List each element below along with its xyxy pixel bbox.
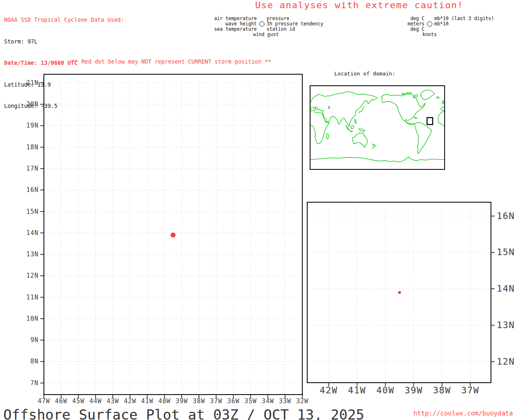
map-border bbox=[310, 86, 445, 169]
coastline bbox=[436, 97, 439, 98]
coastline bbox=[438, 111, 445, 126]
coastline bbox=[381, 94, 425, 125]
coastline bbox=[415, 123, 431, 154]
world-map-inset bbox=[310, 86, 445, 169]
coastline bbox=[351, 125, 354, 129]
x-tick-label: 40W bbox=[158, 397, 171, 405]
x-tick-label: 37W bbox=[210, 397, 222, 405]
plots-canvas: 47W46W45W44W43W42W41W40W39W38W37W36W35W3… bbox=[0, 0, 525, 420]
zoomed-domain-plot: 42W41W40W39W38W37W16N15N14N13N12N bbox=[307, 202, 515, 395]
x-tick-label: 44W bbox=[89, 397, 102, 405]
y-tick-label: 13N bbox=[497, 320, 515, 330]
x-tick-label: 45W bbox=[72, 397, 84, 405]
x-tick-label: 46W bbox=[55, 397, 67, 405]
coastline bbox=[329, 106, 330, 109]
y-tick-label: 21N bbox=[26, 79, 39, 87]
x-tick-label: 42W bbox=[320, 385, 338, 395]
buoy-plot-page: { "title_area": { "noaa_line": "NOAA SSD… bbox=[0, 0, 525, 420]
x-tick-label: 43W bbox=[107, 397, 119, 405]
x-tick-label: 38W bbox=[193, 397, 205, 405]
y-tick-label: 9N bbox=[30, 336, 39, 344]
x-tick-label: 41W bbox=[141, 397, 153, 405]
coastlines bbox=[310, 90, 445, 162]
coastline bbox=[354, 119, 356, 123]
y-tick-label: 16N bbox=[497, 211, 515, 221]
coastline bbox=[350, 131, 353, 132]
coastline bbox=[310, 110, 329, 144]
coastline bbox=[372, 147, 374, 149]
source-url: http://coolwx.com/buoydata bbox=[413, 410, 513, 417]
y-tick-label: 10N bbox=[26, 315, 39, 322]
x-tick-label: 35W bbox=[244, 397, 257, 405]
y-tick-label: 15N bbox=[497, 247, 515, 257]
y-tick-label: 19N bbox=[26, 122, 39, 129]
coastline bbox=[441, 107, 445, 111]
x-tick-label: 34W bbox=[262, 397, 274, 405]
x-tick-label: 40W bbox=[376, 385, 394, 395]
y-tick-label: 7N bbox=[30, 379, 39, 387]
y-tick-label: 14N bbox=[497, 283, 515, 294]
coastline bbox=[421, 90, 435, 100]
x-tick-label: 42W bbox=[124, 397, 136, 405]
x-tick-label: 39W bbox=[404, 385, 422, 395]
y-tick-label: 18N bbox=[26, 144, 39, 151]
storm-dot bbox=[398, 291, 401, 294]
y-tick-label: 20N bbox=[26, 100, 39, 108]
coastline bbox=[372, 144, 375, 147]
y-tick-label: 12N bbox=[26, 272, 39, 279]
storm-dot bbox=[171, 233, 176, 237]
y-tick-label: 15N bbox=[26, 208, 39, 215]
y-tick-label: 12N bbox=[497, 356, 515, 367]
y-tick-label: 16N bbox=[26, 186, 39, 194]
y-tick-label: 14N bbox=[26, 229, 39, 237]
coastline bbox=[310, 92, 377, 127]
coastline bbox=[352, 133, 367, 146]
y-tick-label: 17N bbox=[26, 165, 39, 172]
x-tick-label: 37W bbox=[461, 385, 479, 395]
coastline bbox=[358, 107, 365, 113]
coastline bbox=[413, 95, 418, 98]
x-tick-label: 38W bbox=[433, 385, 451, 395]
domain-rect bbox=[427, 118, 433, 125]
x-tick-label: 36W bbox=[227, 397, 240, 405]
x-tick-label: 39W bbox=[176, 397, 188, 405]
page-title: Offshore Surface Plot at 03Z / OCT 13, 2… bbox=[3, 406, 364, 420]
y-tick-label: 8N bbox=[30, 358, 39, 365]
coastline bbox=[359, 128, 365, 131]
main-surface-plot: 47W46W45W44W43W42W41W40W39W38W37W36W35W3… bbox=[26, 74, 308, 405]
x-tick-label: 32W bbox=[296, 397, 308, 405]
coastline bbox=[364, 147, 365, 148]
y-tick-label: 13N bbox=[26, 251, 39, 258]
coastline bbox=[401, 93, 404, 94]
y-tick-label: 11N bbox=[26, 294, 39, 301]
x-tick-label: 33W bbox=[279, 397, 291, 405]
x-tick-label: 41W bbox=[348, 385, 366, 395]
coastline bbox=[326, 134, 329, 139]
coastline bbox=[414, 117, 417, 118]
coastline bbox=[310, 157, 445, 162]
x-tick-label: 47W bbox=[38, 397, 50, 405]
coastline bbox=[442, 100, 444, 104]
